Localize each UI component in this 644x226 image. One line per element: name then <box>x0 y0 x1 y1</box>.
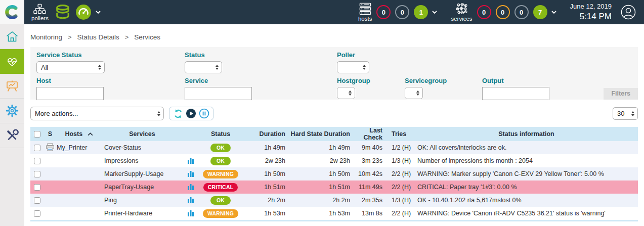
service-name[interactable]: Printer-Hardware <box>104 210 152 217</box>
current-date: June 12, 2019 <box>570 3 612 11</box>
column-header-services[interactable]: Services <box>101 127 183 141</box>
servicegroup-label: Servicegroup <box>405 77 447 84</box>
filters-button[interactable]: Filters <box>604 88 638 100</box>
row-checkbox[interactable] <box>34 158 40 164</box>
breadcrumb-status-details[interactable]: Status Details <box>77 33 119 41</box>
graph-icon[interactable] <box>187 209 194 216</box>
column-header-duration[interactable]: Duration <box>243 127 289 141</box>
service-name[interactable]: PaperTray-Usage <box>104 184 154 191</box>
sidebar-item-reporting[interactable] <box>0 74 24 99</box>
duration-cell: 1h 51m <box>243 180 289 194</box>
sidebar-item-configuration[interactable] <box>0 99 24 123</box>
column-header-hosts[interactable]: Hosts <box>57 127 101 141</box>
heart-pulse-icon <box>6 55 19 67</box>
latency-gauge-status[interactable] <box>75 4 92 20</box>
checkbox-cell <box>30 207 44 220</box>
column-header-last-check[interactable]: Last Check <box>354 127 387 141</box>
graph-icon[interactable] <box>187 196 194 203</box>
status-cell: OK <box>198 141 243 154</box>
status-select[interactable] <box>185 61 222 73</box>
service-status-label: Service Status <box>36 51 82 59</box>
row-checkbox[interactable] <box>34 145 40 151</box>
checkbox-cell <box>30 180 44 194</box>
centreon-logo[interactable] <box>0 0 24 24</box>
graph-icon[interactable] <box>187 157 194 164</box>
hosts-up-badge[interactable]: 1 <box>414 5 428 19</box>
tries-cell: 1/3 (H) <box>387 194 415 207</box>
host-input[interactable] <box>36 87 104 100</box>
tries-cell: 2/2 (H) <box>387 207 415 220</box>
select-arrows-icon <box>349 91 352 96</box>
status-information-cell: CRITICAL: Paper tray '1#3': 0.00 % <box>415 180 638 194</box>
tries-cell: 2/2 (H) <box>387 180 415 194</box>
tries-cell: 2/2 (H) <box>387 167 415 180</box>
main-content: Monitoring > Status Details > Services S… <box>24 24 644 226</box>
row-checkbox[interactable] <box>34 171 40 177</box>
host-cell <box>57 154 101 167</box>
service-row: MarkerSupply-Usage WARNING 1h 50m 1h 50m… <box>30 167 638 180</box>
sidebar-item-monitoring[interactable] <box>0 49 24 74</box>
pause-button[interactable] <box>199 108 209 119</box>
hostgroup-select[interactable] <box>337 87 355 99</box>
play-button[interactable] <box>186 108 196 119</box>
page-size-select[interactable]: 30 <box>613 107 638 120</box>
service-status-select[interactable]: All <box>36 61 105 73</box>
breadcrumb-services[interactable]: Services <box>134 33 160 41</box>
service-name[interactable]: Cover-Status <box>104 144 141 151</box>
services-status-group[interactable]: services <box>451 3 472 22</box>
graph-icon[interactable] <box>187 183 194 190</box>
services-ok-badge[interactable]: 7 <box>533 5 547 19</box>
column-header-tries[interactable]: Tries <box>387 127 415 141</box>
graph-cell <box>183 167 198 180</box>
poller-chevron-down-icon[interactable] <box>95 10 101 14</box>
select-all-checkbox[interactable] <box>34 131 40 138</box>
status-information-cell: OK - 10.40.1.202 rta 5,617mslost 0% <box>415 194 638 207</box>
graph-cell <box>183 180 198 194</box>
services-unknown-badge[interactable]: 0 <box>514 5 529 19</box>
service-name[interactable]: Impressions <box>104 157 138 164</box>
top-bar: pollers <box>0 0 644 24</box>
user-menu[interactable] <box>621 5 636 20</box>
more-actions-label: More actions... <box>35 110 78 117</box>
database-poller-status[interactable] <box>55 4 71 20</box>
play-icon <box>186 108 196 119</box>
more-actions-select[interactable]: More actions... <box>30 107 164 120</box>
refresh-controls <box>169 107 213 120</box>
hosts-down-badge[interactable]: 0 <box>376 5 391 19</box>
pollers-status[interactable]: pollers <box>31 4 49 21</box>
checkbox-cell <box>30 141 44 154</box>
last-check-cell: 10m 42s <box>354 167 387 180</box>
services-warning-badge[interactable]: 0 <box>496 5 510 19</box>
service-name[interactable]: Ping <box>104 197 117 204</box>
refresh-button[interactable] <box>173 109 183 119</box>
sidebar-item-home[interactable] <box>0 24 24 49</box>
service-cell: Printer-Hardware <box>101 207 183 220</box>
row-checkbox[interactable] <box>34 197 40 204</box>
poller-select[interactable] <box>337 61 369 73</box>
host-name[interactable]: My_Printer <box>57 144 87 151</box>
select-arrows-icon <box>98 65 101 70</box>
service-name[interactable]: MarkerSupply-Usage <box>104 170 163 177</box>
column-header-hard-state-duration[interactable]: Hard State Duration <box>289 127 354 141</box>
status-badge: WARNING <box>203 170 238 178</box>
host-cell <box>57 207 101 220</box>
hosts-chevron-down-icon[interactable] <box>432 10 438 14</box>
select-arrows-icon <box>416 91 419 96</box>
output-input[interactable] <box>482 87 549 100</box>
services-chevron-down-icon[interactable] <box>551 10 557 14</box>
breadcrumb-monitoring[interactable]: Monitoring <box>30 33 62 41</box>
row-checkbox[interactable] <box>34 210 40 217</box>
column-header-status-information[interactable]: Status information <box>415 127 638 141</box>
row-checkbox[interactable] <box>34 184 40 191</box>
graph-icon[interactable] <box>187 170 194 177</box>
column-header-s[interactable]: S <box>44 127 57 141</box>
service-input[interactable] <box>185 87 252 100</box>
service-label: Service <box>185 77 208 84</box>
sidebar-item-administration[interactable] <box>0 123 24 148</box>
column-header-status[interactable]: Status <box>198 127 243 141</box>
hosts-status-group[interactable]: hosts <box>358 3 372 22</box>
servicegroup-select[interactable] <box>405 87 423 99</box>
checkbox-cell <box>30 167 44 180</box>
services-critical-badge[interactable]: 0 <box>477 5 491 19</box>
hosts-unreachable-badge[interactable]: 0 <box>395 5 409 19</box>
